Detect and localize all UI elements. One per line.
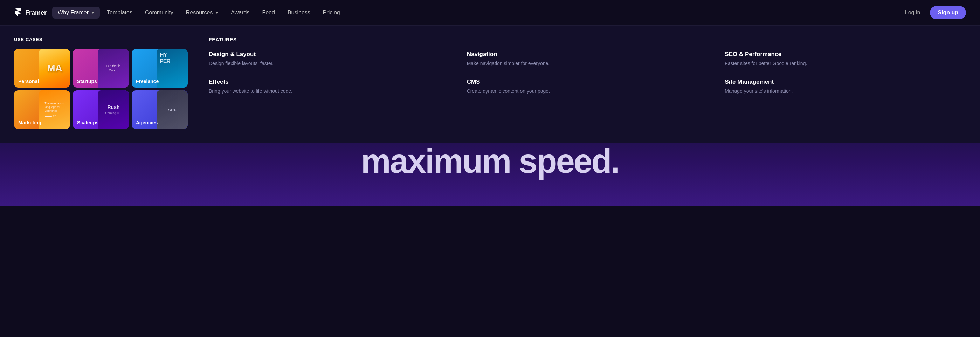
- card-agencies[interactable]: sm. Agencies: [132, 91, 188, 129]
- features-grid: Design & Layout Design flexible layouts,…: [209, 51, 966, 95]
- feature-effects: Effects Bring your website to life witho…: [209, 78, 450, 95]
- hero-text-content: maximum speed.: [361, 142, 619, 180]
- feature-cms-desc: Create dynamic content on your page.: [467, 87, 708, 95]
- login-button[interactable]: Log in: [899, 6, 926, 19]
- feature-cms: CMS Create dynamic content on your page.: [467, 78, 708, 95]
- nav-item-business[interactable]: Business: [282, 6, 316, 19]
- nav-item-feed-label: Feed: [262, 10, 275, 16]
- card-personal-label: Personal: [18, 78, 39, 84]
- nav-item-business-label: Business: [288, 10, 310, 16]
- nav-item-pricing[interactable]: Pricing: [317, 6, 346, 19]
- feature-seo-performance: SEO & Performance Faster sites for bette…: [725, 51, 966, 67]
- nav-item-templates[interactable]: Templates: [101, 6, 138, 19]
- card-marketing-label: Marketing: [18, 120, 41, 126]
- signup-button[interactable]: Sign up: [930, 6, 966, 19]
- card-marketing-thumb: The new desi... language for Caprichos 2…: [39, 91, 70, 129]
- feature-site-management-title[interactable]: Site Management: [725, 78, 966, 86]
- logo[interactable]: Framer: [14, 8, 46, 17]
- card-startups-thumb: Cut that isCapt...: [98, 49, 129, 87]
- nav-item-pricing-label: Pricing: [323, 10, 340, 16]
- chevron-down-icon: [91, 12, 94, 14]
- nav-item-feed[interactable]: Feed: [256, 6, 280, 19]
- nav-items: Why Framer Templates Community Resources…: [52, 6, 899, 19]
- feature-effects-title[interactable]: Effects: [209, 78, 450, 86]
- logo-text: Framer: [25, 9, 46, 16]
- card-startups-label: Startups: [77, 78, 97, 84]
- card-personal[interactable]: MA Personal: [14, 49, 70, 87]
- nav-item-why-framer[interactable]: Why Framer: [52, 6, 100, 19]
- card-freelance-thumb: HYPER: [157, 49, 188, 87]
- card-personal-thumb: MA: [39, 49, 70, 87]
- feature-seo-performance-title[interactable]: SEO & Performance: [725, 51, 966, 58]
- feature-navigation-desc: Make navigation simpler for everyone.: [467, 60, 708, 67]
- features-title: Features: [209, 37, 966, 42]
- feature-navigation-title[interactable]: Navigation: [467, 51, 708, 58]
- feature-seo-performance-desc: Faster sites for better Google ranking.: [725, 60, 966, 67]
- nav-actions: Log in Sign up: [899, 6, 966, 19]
- nav-item-why-framer-label: Why Framer: [58, 10, 89, 16]
- feature-design-layout: Design & Layout Design flexible layouts,…: [209, 51, 450, 67]
- nav-item-templates-label: Templates: [107, 10, 132, 16]
- nav-item-resources-label: Resources: [186, 10, 213, 16]
- nav-item-awards[interactable]: Awards: [225, 6, 255, 19]
- features-section: Features Design & Layout Design flexible…: [209, 37, 966, 129]
- navbar: Framer Why Framer Templates Community Re…: [0, 0, 980, 25]
- card-startups[interactable]: Cut that isCapt... Startups: [73, 49, 129, 87]
- card-marketing[interactable]: The new desi... language for Caprichos 2…: [14, 91, 70, 129]
- card-agencies-label: Agencies: [136, 120, 158, 126]
- feature-design-layout-title[interactable]: Design & Layout: [209, 51, 450, 58]
- feature-effects-desc: Bring your website to life without code.: [209, 87, 450, 95]
- use-cases-title: Use cases: [14, 37, 188, 42]
- feature-site-management: Site Management Manage your site's infor…: [725, 78, 966, 95]
- card-scaleups-thumb: Rush Coming U...: [98, 91, 129, 129]
- card-freelance[interactable]: HYPER Freelance: [132, 49, 188, 87]
- hero-text: maximum speed.: [361, 144, 619, 178]
- card-freelance-label: Freelance: [136, 78, 159, 84]
- nav-item-resources[interactable]: Resources: [180, 6, 224, 19]
- chevron-down-icon-resources: [215, 12, 218, 14]
- use-cases-grid: MA Personal Cut that isCapt... Startups …: [14, 49, 188, 129]
- feature-design-layout-desc: Design flexible layouts, faster.: [209, 60, 450, 67]
- card-agencies-thumb: sm.: [157, 91, 188, 129]
- nav-item-community[interactable]: Community: [139, 6, 179, 19]
- nav-item-awards-label: Awards: [231, 10, 250, 16]
- card-scaleups-label: Scaleups: [77, 120, 99, 126]
- feature-cms-title[interactable]: CMS: [467, 78, 708, 86]
- nav-item-community-label: Community: [145, 10, 173, 16]
- card-scaleups[interactable]: Rush Coming U... Scaleups: [73, 91, 129, 129]
- dropdown-menu: Use cases MA Personal Cut that isCapt...…: [0, 25, 980, 143]
- feature-navigation: Navigation Make navigation simpler for e…: [467, 51, 708, 67]
- use-cases-section: Use cases MA Personal Cut that isCapt...…: [14, 37, 188, 129]
- feature-site-management-desc: Manage your site's information.: [725, 87, 966, 95]
- framer-logo-icon: [14, 8, 22, 17]
